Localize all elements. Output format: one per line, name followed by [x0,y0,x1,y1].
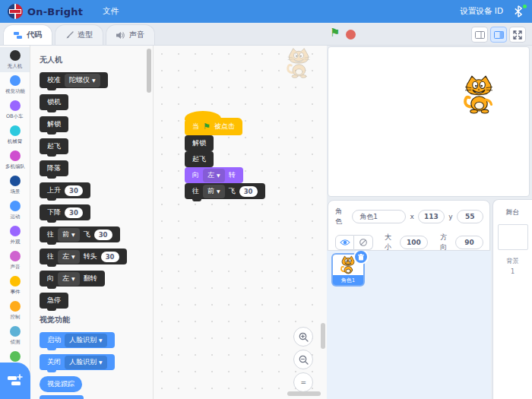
set-device-id-button[interactable]: 设置设备 ID [460,6,503,17]
category-drone[interactable]: 无人机 [0,47,30,72]
tab-costumes[interactable]: 造型 [55,24,103,45]
block[interactable]: 起飞 [40,138,68,154]
partially-visible-block[interactable] [40,395,84,399]
category-arm[interactable]: 机械臂 [0,122,30,147]
block[interactable]: 往前▼飞30 [40,226,120,242]
stage-selector-panel[interactable]: 舞台 背景 1 [492,199,532,399]
workspace-vertical-scrollbar[interactable] [321,323,325,349]
block-dropdown[interactable]: 左▼ [58,272,80,286]
block[interactable]: 起飞 [185,151,214,167]
category-dot-icon [10,351,21,362]
category-label: 运动 [10,213,20,220]
block-dropdown[interactable]: 人脸识别▼ [65,356,107,369]
tab-sounds[interactable]: 声音 [106,24,155,45]
tab-code[interactable]: 代码 [3,24,52,45]
backdrop-thumbnail[interactable] [498,224,528,250]
block-number-input[interactable]: 30 [65,207,83,218]
chevron-down-icon: ▼ [92,78,96,83]
dropdown-value: 陀螺仪 [69,75,90,85]
sprite-name-input[interactable]: 角色1 [352,210,406,223]
workspace-horizontal-scrollbar[interactable] [287,391,321,396]
block-number-input[interactable]: 30 [65,185,83,196]
chevron-down-icon: ▼ [71,255,75,259]
block[interactable]: 解锁 [40,116,68,132]
block-label: 视觉跟踪 [47,379,74,389]
sprite-y-input[interactable]: 55 [457,210,483,223]
category-scene[interactable]: 场景 [0,173,30,198]
block[interactable]: 启动人脸识别▼ [40,332,115,348]
add-extension-button[interactable] [0,363,30,399]
block[interactable]: 上升30 [40,182,90,198]
block[interactable]: 向左▼翻转 [40,271,105,287]
category-ob-car[interactable]: OB小车 [0,97,30,122]
block[interactable]: 向左▼转 [185,167,243,183]
block[interactable]: 往左▼转头30 [40,249,127,264]
block-dropdown[interactable]: 人脸识别▼ [65,334,107,347]
code-workspace[interactable]: 当⚑被点击解锁起飞向左▼转往前▼飞30 ＝ [154,46,327,399]
block[interactable]: 锁机 [40,94,68,110]
block-dropdown[interactable]: 前▼ [58,228,80,242]
sprite-list: 角色1 [327,251,491,399]
category-motion[interactable]: 运动 [0,198,30,223]
block[interactable]: 视觉跟踪 [40,376,82,392]
block-dropdown[interactable]: 前▼ [203,185,225,198]
category-swarm[interactable]: 多机编队 [0,147,30,173]
chevron-down-icon: ▼ [99,360,103,365]
block-dropdown[interactable]: 左▼ [58,250,80,264]
show-sprite-button[interactable] [335,235,354,250]
block[interactable]: 往前▼飞30 [185,183,265,199]
zoom-in-button[interactable] [293,327,313,347]
bluetooth-icon[interactable] [514,5,524,17]
category-sensing[interactable]: 侦测 [0,323,30,348]
small-stage-button[interactable] [471,27,488,43]
block-dropdown[interactable]: 陀螺仪▼ [65,74,100,87]
block-label: 锁机 [47,97,61,107]
hat-block[interactable]: 当⚑被点击 [185,118,242,135]
block[interactable]: 急停 [40,293,68,309]
tab-bar: 代码 造型 声音 ⚑ [0,23,532,46]
large-stage-button[interactable] [490,27,507,43]
size-label: 大小 [385,233,396,252]
sprite-size-input[interactable]: 100 [400,236,428,249]
backdrop-count: 1 [493,268,532,275]
block[interactable]: 关闭人脸识别▼ [40,354,115,370]
top-menu-bar: On-Bright 文件 设置设备 ID [0,0,532,23]
block[interactable]: 解锁 [185,135,214,151]
block[interactable]: 下降30 [40,204,90,220]
stage-sprite-cat[interactable] [461,74,497,115]
stop-button[interactable] [346,30,356,40]
sprite-card[interactable]: 角色1 [331,253,365,287]
block-label: 转 [229,170,236,180]
block[interactable]: 校准陀螺仪▼ [40,72,108,88]
zoom-out-button[interactable] [293,350,313,369]
block-label: 往 [192,186,199,196]
block-number-input[interactable]: 30 [101,252,119,262]
block-dropdown[interactable]: 左▼ [203,169,225,182]
block-number-input[interactable]: 30 [239,186,258,197]
speaker-icon [116,31,125,40]
sprite-card-name: 角色1 [333,275,363,285]
palette-scrollbar[interactable] [147,49,151,93]
block[interactable]: 降落 [40,160,68,176]
category-events[interactable]: 事件 [0,273,30,298]
sprite-direction-input[interactable]: 90 [455,236,483,249]
zoom-reset-button[interactable]: ＝ [293,372,313,392]
fullscreen-button[interactable] [509,27,526,43]
category-sidebar: 无人机视觉功能OB小车机械臂多机编队场景运动外观声音事件控制侦测运算 [0,46,30,399]
hide-sprite-button[interactable] [354,235,373,250]
dropdown-value: 前 [62,230,69,239]
sprite-x-input[interactable]: 113 [418,210,445,223]
category-sound[interactable]: 声音 [0,248,30,273]
category-control[interactable]: 控制 [0,298,30,323]
block-number-input[interactable]: 30 [94,230,112,240]
green-flag-button[interactable]: ⚑ [330,27,340,39]
code-blocks-icon [14,31,23,40]
sprite-label: 角色 [335,207,348,226]
category-vision[interactable]: 视觉功能 [0,72,30,97]
category-looks[interactable]: 外观 [0,223,30,248]
block-label: 飞 [229,186,236,196]
chevron-down-icon: ▼ [217,189,220,194]
file-menu[interactable]: 文件 [103,6,119,17]
block-label: 往 [47,252,54,261]
stage[interactable] [328,46,530,197]
